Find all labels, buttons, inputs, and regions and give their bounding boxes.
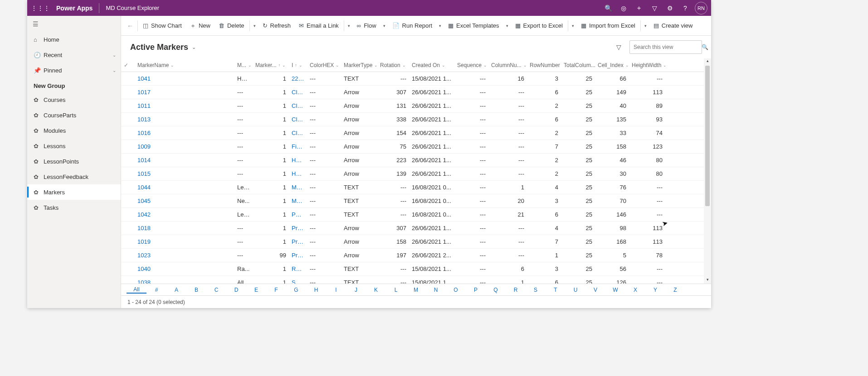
- cell-color[interactable]: Proximi: [289, 238, 307, 245]
- alpha-l[interactable]: L: [386, 287, 406, 293]
- alpha-z[interactable]: Z: [665, 287, 685, 293]
- alpha-f[interactable]: F: [266, 287, 286, 293]
- create-view-button[interactable]: ▤Create view: [649, 16, 697, 35]
- alpha-g[interactable]: G: [286, 287, 306, 293]
- table-row[interactable]: 1019---1Proximi---Arrow15826/06/2021 1..…: [121, 235, 704, 249]
- col-totalcolum[interactable]: TotalColum...⌄: [561, 62, 595, 68]
- avatar[interactable]: RN: [695, 2, 707, 14]
- nav-item-modules[interactable]: ✿Modules: [27, 123, 121, 138]
- delete-button[interactable]: 🗑Delete: [215, 16, 249, 35]
- column-filter-icon[interactable]: ▽: [616, 43, 621, 51]
- cell-markername[interactable]: 1042: [135, 211, 234, 218]
- cell-markername[interactable]: 1040: [135, 265, 234, 272]
- view-search[interactable]: 🔍: [629, 40, 702, 54]
- report-caret[interactable]: ▾: [436, 24, 444, 28]
- alpha-n[interactable]: N: [426, 287, 446, 293]
- alpha-d[interactable]: D: [226, 287, 246, 293]
- cell-markername[interactable]: 1017: [135, 89, 234, 96]
- nav-home[interactable]: ⌂Home: [27, 32, 121, 47]
- scroll-up-arrow[interactable]: ▴: [704, 58, 711, 65]
- cell-color[interactable]: Closure: [289, 102, 307, 109]
- alpha-u[interactable]: U: [566, 287, 585, 293]
- alpha-r[interactable]: R: [506, 287, 526, 293]
- alpha-c[interactable]: C: [206, 287, 226, 293]
- table-row[interactable]: 1009---1Figure (---Arrow7526/06/2021 1..…: [121, 140, 704, 154]
- export-excel-caret[interactable]: ▾: [569, 24, 577, 28]
- select-all-checkbox[interactable]: ✓: [121, 62, 135, 68]
- alpha-m[interactable]: M: [406, 287, 426, 293]
- cell-color[interactable]: Ranieri: [289, 265, 307, 272]
- col-heightwidth[interactable]: HeightWidth⌄: [629, 62, 665, 68]
- col-rotation[interactable]: Rotation⌄: [377, 62, 409, 68]
- alpha-y[interactable]: Y: [645, 287, 665, 293]
- alpha-e[interactable]: E: [246, 287, 266, 293]
- table-row[interactable]: 1023---99Proximi---Arrow19726/06/2021 2.…: [121, 249, 704, 262]
- scroll-thumb[interactable]: [705, 66, 710, 206]
- alpha-all[interactable]: All: [127, 286, 146, 294]
- excel-templates-button[interactable]: ▦Excel Templates: [444, 16, 503, 35]
- cell-markername[interactable]: 1013: [135, 116, 234, 123]
- table-row[interactable]: 1042Lei...1Position---TEXT---16/08/2021 …: [121, 208, 704, 222]
- show-chart-button[interactable]: ◫Show Chart: [139, 16, 186, 35]
- table-row[interactable]: 1011---1Closure---Arrow13126/06/2021 1..…: [121, 99, 704, 113]
- cell-markername[interactable]: 1015: [135, 170, 234, 177]
- cell-color[interactable]: Proximi: [289, 252, 307, 259]
- nav-pinned[interactable]: 📌Pinned⌄: [27, 63, 121, 78]
- cell-markername[interactable]: 1023: [135, 252, 234, 259]
- import-excel-button[interactable]: ▦Import from Excel: [577, 16, 639, 35]
- cell-markername[interactable]: 1014: [135, 157, 234, 164]
- table-row[interactable]: 1045Ne...1Massive---TEXT---16/08/2021 0.…: [121, 194, 704, 208]
- col-marker-name[interactable]: MarkerName⌄: [135, 62, 234, 68]
- table-row[interactable]: 1013---1Closure---Arrow33826/06/2021 1..…: [121, 113, 704, 126]
- col-columnnu[interactable]: ColumnNu...⌄: [488, 62, 527, 68]
- table-row[interactable]: 1038All ...1Should---TEXT---15/08/2021 1…: [121, 276, 704, 284]
- table-row[interactable]: 1017---1Closure---Arrow30726/06/2021 1..…: [121, 86, 704, 99]
- col-m[interactable]: M...⌄: [234, 62, 253, 68]
- table-row[interactable]: 1044Lei...1Massive---TEXT---16/08/2021 0…: [121, 181, 704, 194]
- alpha-o[interactable]: O: [446, 287, 466, 293]
- cell-color[interactable]: Should: [289, 279, 307, 284]
- vertical-scrollbar[interactable]: ▴ ▾: [704, 58, 711, 284]
- col-cellindex[interactable]: Cell_Index⌄: [595, 62, 629, 68]
- alpha-b[interactable]: B: [186, 287, 206, 293]
- run-report-button[interactable]: 📄Run Report: [388, 16, 436, 35]
- table-row[interactable]: 1041He'...122 wins---TEXT---15/08/2021 1…: [121, 72, 704, 86]
- cell-markername[interactable]: 1038: [135, 279, 234, 284]
- search-icon[interactable]: 🔍: [600, 5, 616, 12]
- alpha-x[interactable]: X: [625, 287, 645, 293]
- alpha-i[interactable]: I: [326, 287, 346, 293]
- search-icon[interactable]: 🔍: [702, 44, 708, 50]
- email-split-caret[interactable]: ▾: [345, 24, 353, 28]
- alpha-q[interactable]: Q: [486, 287, 506, 293]
- back-button[interactable]: ←: [124, 22, 137, 29]
- col-createdon[interactable]: Created On⌄: [409, 62, 454, 68]
- filter-icon[interactable]: ▽: [647, 5, 662, 12]
- view-selector-caret[interactable]: ⌄: [192, 44, 196, 50]
- chevron-down-icon[interactable]: ⌄: [112, 53, 116, 58]
- cell-markername[interactable]: 1045: [135, 198, 234, 204]
- alpha-k[interactable]: K: [366, 287, 386, 293]
- alpha-a[interactable]: A: [166, 287, 186, 293]
- cell-color[interactable]: 22 wins: [289, 75, 307, 82]
- cell-markername[interactable]: 1016: [135, 130, 234, 136]
- email-link-button[interactable]: ✉Email a Link: [295, 16, 343, 35]
- alpha-w[interactable]: W: [605, 287, 625, 293]
- cell-markername[interactable]: 1018: [135, 225, 234, 231]
- nav-item-lessons[interactable]: ✿Lessons: [27, 138, 121, 154]
- target-icon[interactable]: ◎: [616, 5, 631, 12]
- cell-markername[interactable]: 1044: [135, 184, 234, 191]
- col-i[interactable]: I↑⌄: [289, 62, 307, 68]
- cell-color[interactable]: How hu: [289, 170, 307, 177]
- nav-item-courses[interactable]: ✿Courses: [27, 92, 121, 107]
- col-colorhex[interactable]: ColorHEX⌄: [307, 62, 341, 68]
- alpha-p[interactable]: P: [466, 287, 486, 293]
- add-icon[interactable]: ＋: [631, 4, 647, 12]
- table-row[interactable]: 1014---1How hu---Arrow22326/06/2021 1...…: [121, 154, 704, 167]
- search-input[interactable]: [634, 44, 702, 50]
- cell-markername[interactable]: 1009: [135, 143, 234, 150]
- cell-color[interactable]: Massive: [289, 184, 307, 191]
- nav-item-tasks[interactable]: ✿Tasks: [27, 200, 121, 215]
- alpha-s[interactable]: S: [526, 287, 546, 293]
- col-marker[interactable]: Marker...↑⌄: [253, 62, 289, 68]
- cell-color[interactable]: Massive: [289, 198, 307, 204]
